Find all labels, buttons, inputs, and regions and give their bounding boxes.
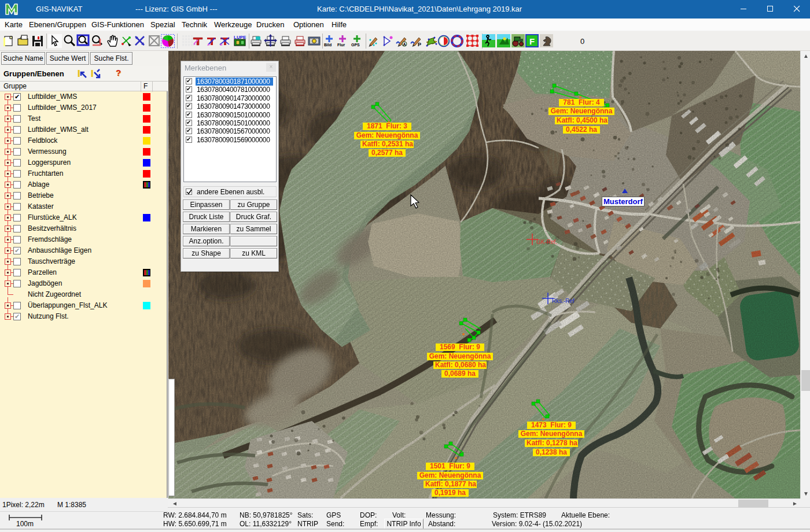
svg-text:GPS: GPS: [351, 43, 360, 47]
svg-text:s: s: [14, 10, 17, 16]
svg-text:P: P: [418, 42, 421, 47]
svg-text:A: A: [403, 42, 406, 46]
svg-text:Rks.-Ref: Rks.-Ref: [552, 298, 575, 304]
svg-text:Flur: Flur: [337, 43, 345, 47]
svg-text:GK-Ref.: GK-Ref.: [536, 239, 557, 245]
svg-text:F: F: [529, 36, 535, 46]
svg-text:Bild: Bild: [324, 43, 332, 47]
